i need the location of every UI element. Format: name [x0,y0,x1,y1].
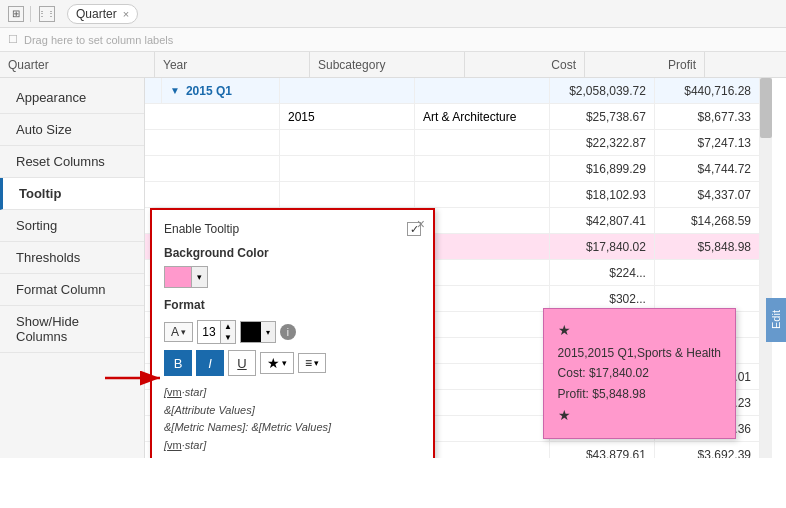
sidebar-item-format-column[interactable]: Format Column [0,274,144,306]
font-letter: A [171,325,179,339]
grid-icon[interactable]: ⊞ [8,6,24,22]
star-button[interactable]: ★ ▾ [260,352,294,374]
sidebar-item-auto-size[interactable]: Auto Size [0,114,144,146]
tooltip-line-1: 2015,2015 Q1,Sports & Health [558,346,721,360]
font-select-button[interactable]: A ▾ [164,322,193,342]
format-line-4: [vm·star] [164,439,206,451]
tab-close-icon[interactable]: × [123,8,129,20]
tooltip-line-2: Cost: $17,840.02 [558,366,649,380]
align-button[interactable]: ≡ ▾ [298,353,326,373]
tab-label: Quarter [76,7,117,21]
format-line-1: [vm·star] [164,386,206,398]
font-color-swatch [241,322,261,342]
enable-tooltip-label: Enable Tooltip [164,222,407,236]
underline-button[interactable]: U [228,350,256,376]
dots-icon[interactable]: ⋮⋮ [39,6,55,22]
sidebar-item-reset-columns[interactable]: Reset Columns [0,146,144,178]
background-color-label: Background Color [164,246,421,260]
tooltip-panel: × Enable Tooltip ✓ Background Color ▾ Fo… [150,208,435,458]
col-quarter-header: Quarter [0,52,155,77]
sidebar-item-appearance[interactable]: Appearance [0,82,144,114]
sidebar-item-thresholds[interactable]: Thresholds [0,242,144,274]
top-bar: ⊞ ⋮⋮ Quarter × [0,0,786,28]
font-color-picker[interactable]: ▾ [240,321,276,343]
font-size-arrows[interactable]: ▲ ▼ [220,321,235,343]
color-dropdown-arrow[interactable]: ▾ [192,266,208,288]
sidebar-item-show-hide-columns[interactable]: Show/Hide Columns [0,306,144,353]
table-row: ▼ 2015 Q1 $2,058,039.72 $440,716.28 [145,78,760,104]
font-size-input[interactable]: 13 ▲ ▼ [197,320,236,344]
close-icon[interactable]: × [417,216,425,232]
table-row: $16,899.29 $4,744.72 [145,156,760,182]
enable-tooltip-row: Enable Tooltip ✓ [164,222,421,236]
tooltip-star-bottom: ★ [558,407,571,423]
quarter-tab[interactable]: Quarter × [67,4,138,24]
format-style-row: B I U ★ ▾ ≡ ▾ [164,350,421,376]
table-row: $18,102.93 $4,337.07 [145,182,760,208]
format-section: Format A ▾ 13 ▲ ▼ ▾ i [164,298,421,454]
drag-bar-text: Drag here to set column labels [24,34,173,46]
background-color-section: Background Color ▾ [164,246,421,288]
tooltip-popup-text: ★ 2015,2015 Q1,Sports & Health Cost: $17… [558,319,721,428]
scrollbar[interactable] [760,78,772,458]
sidebar-item-tooltip[interactable]: Tooltip [0,178,144,210]
sidebar-item-sorting[interactable]: Sorting [0,210,144,242]
sidebar: Appearance Auto Size Reset Columns Toolt… [0,78,145,458]
col-year-header: Year [155,52,310,77]
font-size-value: 13 [198,323,220,341]
color-picker-row: ▾ [164,266,421,288]
star-dropdown-icon: ▾ [282,358,287,368]
format-label: Format [164,298,421,312]
color-swatch[interactable] [164,266,192,288]
font-size-down-icon[interactable]: ▼ [221,332,235,343]
scrollbar-thumb[interactable] [760,78,772,138]
format-text-area: [vm·star] &[Attribute Values] &[Metric N… [164,384,421,454]
info-icon[interactable]: i [280,324,296,340]
align-icon: ≡ [305,356,312,370]
star-icon: ★ [267,355,280,371]
tooltip-popup: ★ 2015,2015 Q1,Sports & Health Cost: $17… [543,308,736,439]
font-color-dropdown-icon[interactable]: ▾ [261,322,275,342]
drag-bar: ☐ Drag here to set column labels [0,28,786,52]
format-line-3: &[Metric Names]: &[Metric Values] [164,421,331,433]
font-dropdown-icon: ▾ [181,327,186,337]
format-line-2: &[Attribute Values] [164,404,255,416]
table-row: 2015 Art & Architecture $25,738.67 $8,67… [145,104,760,130]
arrow-svg [100,363,170,393]
table-row: $22,322.87 $7,247.13 [145,130,760,156]
col-cost-header: Cost [465,52,585,77]
col-subcategory-header: Subcategory [310,52,465,77]
font-size-up-icon[interactable]: ▲ [221,321,235,332]
table-area: Appearance Auto Size Reset Columns Toolt… [0,78,786,458]
table-header: Quarter Year Subcategory Cost Profit [0,52,786,78]
edit-button[interactable]: Edit [766,298,786,342]
tooltip-line-3: Profit: $5,848.98 [558,387,646,401]
tooltip-star-top: ★ [558,322,571,338]
align-dropdown-icon: ▾ [314,358,319,368]
italic-button[interactable]: I [196,350,224,376]
col-profit-header: Profit [585,52,705,77]
arrow-indicator [100,363,170,396]
format-toolbar-row-1: A ▾ 13 ▲ ▼ ▾ i [164,320,421,344]
edit-button-label: Edit [770,311,782,330]
